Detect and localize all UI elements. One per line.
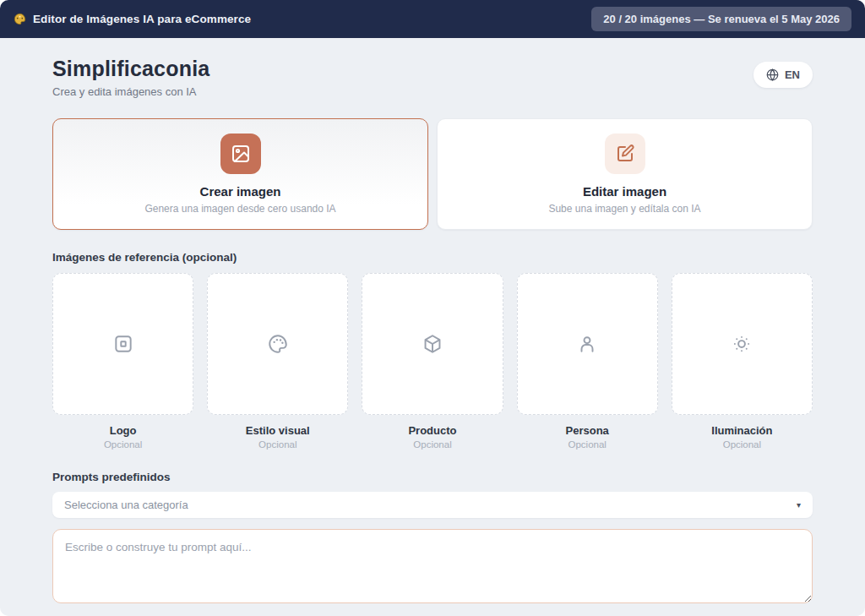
- create-image-icon-badge: [220, 134, 261, 174]
- person-upload-dropzone[interactable]: [517, 273, 658, 415]
- edit-image-title: Editar imagen: [583, 184, 666, 199]
- prompt-category-select[interactable]: Selecciona una categoría ▾: [52, 492, 813, 518]
- globe-icon: [766, 68, 779, 81]
- reference-cell-estilo: Estilo visual Opcional: [207, 273, 348, 450]
- page-subtitle: Crea y edita imágenes con IA: [52, 85, 209, 98]
- reference-name: Logo: [52, 424, 193, 437]
- product-upload-dropzone[interactable]: [362, 273, 503, 415]
- logo-frame-icon: [112, 333, 134, 355]
- edit-pencil-icon: [615, 144, 635, 164]
- reference-upload-grid: Logo Opcional Estilo visual: [52, 273, 813, 450]
- reference-section-label: Imágenes de referencia (opcional): [52, 251, 813, 264]
- reference-cell-persona: Persona Opcional: [517, 273, 658, 450]
- reference-name: Estilo visual: [207, 424, 348, 437]
- reference-optional: Opcional: [52, 439, 193, 450]
- reference-optional: Opcional: [207, 439, 348, 450]
- language-toggle-button[interactable]: EN: [753, 62, 813, 88]
- create-image-card[interactable]: Crear imagen Genera una imagen desde cer…: [52, 118, 428, 230]
- reference-name: Persona: [517, 424, 658, 437]
- app-title: Editor de Imágenes IA para eCommerce: [33, 13, 251, 25]
- ai-image-editor-app: Editor de Imágenes IA para eCommerce 20 …: [0, 0, 865, 616]
- topbar: Editor de Imágenes IA para eCommerce 20 …: [0, 0, 865, 38]
- prompt-category-placeholder: Selecciona una categoría: [64, 499, 188, 511]
- edit-image-subtitle: Sube una imagen y edítala con IA: [548, 203, 700, 215]
- reference-cell-producto: Producto Opcional: [362, 273, 503, 450]
- topbar-branding: Editor de Imágenes IA para eCommerce: [14, 13, 251, 25]
- create-image-subtitle: Genera una imagen desde cero usando IA: [144, 203, 335, 215]
- mode-selector: Crear imagen Genera una imagen desde cer…: [52, 118, 813, 230]
- reference-cell-logo: Logo Opcional: [52, 273, 193, 450]
- page-title-block: Simplificaconia Crea y edita imágenes co…: [52, 57, 209, 98]
- reference-optional: Opcional: [517, 439, 658, 450]
- page-header: Simplificaconia Crea y edita imágenes co…: [52, 57, 813, 98]
- edit-image-icon-badge: [605, 134, 645, 174]
- prompt-input[interactable]: [52, 529, 813, 603]
- chevron-down-icon: ▾: [797, 501, 801, 510]
- person-icon: [576, 333, 598, 355]
- lighting-upload-dropzone[interactable]: [672, 273, 813, 415]
- main-content: Simplificaconia Crea y edita imágenes co…: [0, 38, 865, 616]
- usage-quota-badge: 20 / 20 imágenes — Se renueva el 5 May 2…: [591, 7, 851, 31]
- language-label: EN: [785, 68, 800, 81]
- logo-upload-dropzone[interactable]: [52, 273, 193, 415]
- cube-icon: [422, 333, 443, 355]
- visual-style-upload-dropzone[interactable]: [207, 273, 348, 415]
- prompts-section-label: Prompts predefinidos: [52, 471, 813, 483]
- reference-optional: Opcional: [362, 439, 503, 450]
- sun-icon: [731, 333, 753, 355]
- palette-emoji-icon: [14, 13, 26, 25]
- palette-icon: [267, 333, 289, 355]
- image-icon: [231, 144, 251, 164]
- reference-name: Iluminación: [672, 424, 813, 437]
- reference-cell-iluminacion: Iluminación Opcional: [672, 273, 813, 450]
- reference-name: Producto: [362, 424, 503, 437]
- page-title: Simplificaconia: [52, 57, 209, 81]
- reference-optional: Opcional: [672, 439, 813, 450]
- edit-image-card[interactable]: Editar imagen Sube una imagen y edítala …: [437, 118, 813, 230]
- create-image-title: Crear imagen: [200, 184, 281, 199]
